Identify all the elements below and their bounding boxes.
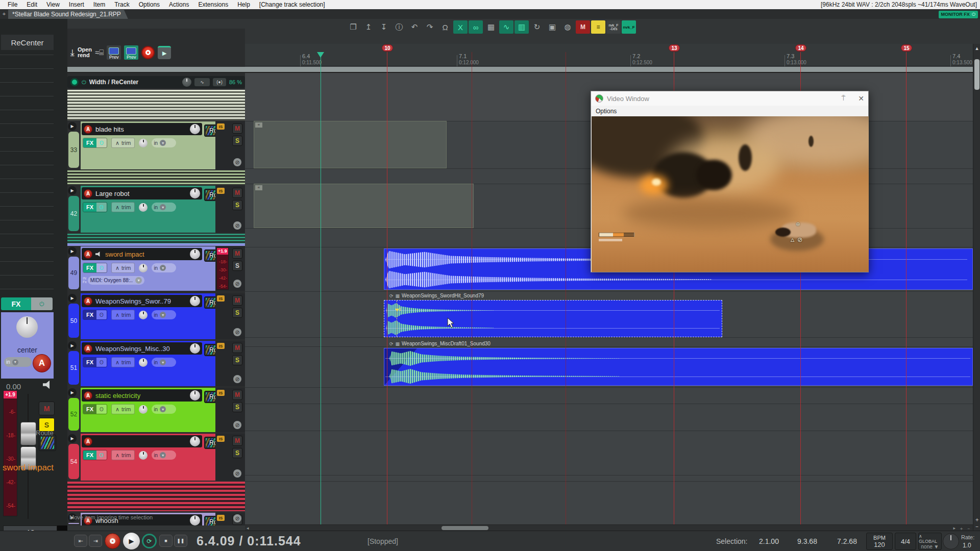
fx-button[interactable]: FXʘ [83, 202, 107, 212]
mute-button[interactable]: M [232, 390, 242, 400]
trim-envelope-button[interactable]: ∧trim [111, 310, 135, 320]
input-source-badge[interactable]: IS [217, 188, 225, 194]
trim-envelope-button[interactable]: ∧trim [111, 357, 135, 367]
track-name-bar[interactable]: Asword impactRoute [82, 248, 202, 260]
menu-item-item[interactable]: Item [89, 1, 110, 8]
track-panel-static-electricity[interactable]: ▶52Astatic electricityRouteFXʘ∧trimin▼IS… [67, 388, 245, 432]
automation-badge[interactable]: A [84, 344, 92, 353]
record-monitor-knob[interactable] [139, 264, 148, 272]
automation-badge[interactable]: A [84, 125, 92, 134]
open-render-button[interactable]: Open rend [78, 47, 92, 58]
collapsed-track-stripes[interactable] [67, 67, 245, 73]
phase-invert-button[interactable]: ⊘ [233, 514, 241, 522]
track-panel-large-robot[interactable]: ▶42ALarge robotRouteFXʘ∧trimin▼ISMS⊘ [67, 186, 245, 233]
track-number[interactable]: 49 [68, 257, 79, 289]
automation-badge[interactable]: A [84, 189, 92, 198]
empty-media-item[interactable]: « [254, 184, 474, 228]
lock-icon[interactable]: ▣ [545, 20, 559, 34]
automation-badge[interactable]: A [84, 391, 92, 400]
marker-flag-13[interactable]: 13 [669, 44, 680, 52]
fx-button[interactable]: FXʘ [83, 263, 107, 273]
vertical-scrollbar[interactable]: ▴ ＋ － [973, 44, 980, 531]
fx-button[interactable]: FXʘ [83, 450, 107, 460]
snap-to-grid-icon[interactable]: ▥ [514, 20, 529, 34]
fx-power-icon[interactable]: ʘ [96, 310, 107, 319]
record-input-selector[interactable]: in▼ [152, 310, 176, 319]
record-input-selector[interactable]: in▼ [152, 358, 176, 367]
mixer-mute-button[interactable]: M [39, 402, 55, 415]
phase-invert-button[interactable]: ⊘ [233, 469, 241, 478]
automation-badge[interactable]: A [84, 250, 92, 259]
envelope-record-button[interactable]: (●) [213, 78, 226, 86]
envelope-armed-icon[interactable] [70, 78, 79, 86]
envelope-shape-button[interactable]: ∿ [194, 78, 210, 86]
recenter-header[interactable]: ReCenter [1, 35, 54, 50]
record-button[interactable] [105, 533, 120, 549]
marker-flag-14[interactable]: 14 [795, 44, 806, 52]
track-pan-knob[interactable] [190, 188, 200, 198]
record-monitor-knob[interactable] [139, 405, 148, 414]
fx-button[interactable]: FXʘ [83, 357, 107, 367]
track-number[interactable]: 42 [68, 196, 79, 231]
audio-item-weaponswings-miscdraft[interactable] [384, 348, 973, 386]
trim-envelope-button[interactable]: ∧trim [111, 202, 135, 212]
nvk-folder-button[interactable]: nvk_F [622, 20, 636, 34]
close-icon[interactable]: ✕ [858, 94, 864, 103]
menu-item-help[interactable]: Help [233, 1, 255, 8]
input-source-badge[interactable]: IS [217, 515, 225, 521]
selection-end[interactable]: 9.3.68 [797, 537, 817, 545]
stop-button[interactable]: ■ [159, 535, 173, 547]
collapse-arrow-icon[interactable]: ▶ [68, 388, 77, 397]
trim-envelope-button[interactable]: ∧trim [111, 138, 135, 148]
collapsed-track-stripes[interactable] [67, 90, 245, 120]
fx-button[interactable]: FXʘ [83, 310, 107, 320]
track-name-bar[interactable]: ALarge robotRoute [82, 187, 202, 199]
waveform-disk-icon[interactable]: ≈⌸ [95, 48, 104, 57]
track-pan-knob[interactable] [190, 436, 200, 446]
automation-badge[interactable]: A [33, 354, 51, 372]
track-name[interactable]: WeaponSwings_Swor..79 [95, 297, 187, 305]
timeline-ruler[interactable]: 6.40:11.5007.10:12.0007.20:12.5007.30:13… [245, 44, 973, 66]
project-tab[interactable]: *Stellar Blade Sound Redesign_21.RPP [8, 10, 128, 19]
mute-button[interactable]: M [232, 123, 242, 134]
mute-button[interactable]: M [232, 188, 242, 198]
empty-media-item[interactable]: « [254, 121, 447, 168]
menu-item-options[interactable]: Options [134, 1, 164, 8]
track-number[interactable]: 50 [68, 304, 79, 338]
track-pan-knob[interactable] [190, 249, 200, 259]
record-monitor-knob[interactable] [139, 311, 148, 319]
new-tab-button[interactable]: + [1, 11, 7, 17]
redo-icon[interactable]: ↷ [423, 20, 437, 34]
nvk-folder-des-button[interactable]: nvk_F -Des [606, 20, 621, 34]
collapse-arrow-icon[interactable]: ▶ [68, 434, 77, 443]
menu-item-view[interactable]: View [42, 1, 64, 8]
render-export-icon[interactable]: ↥ [361, 20, 376, 34]
pan-knob[interactable] [16, 316, 38, 338]
fx-power-icon[interactable]: ⏻ [31, 297, 53, 310]
input-source-badge[interactable]: IS [217, 436, 225, 442]
collapsed-track-stripes[interactable] [67, 170, 245, 185]
selection-start[interactable]: 2.1.00 [759, 537, 779, 545]
horizontal-scrollbar[interactable]: ◂ ▸ ＋ － [245, 524, 973, 531]
mute-button[interactable]: M [232, 343, 242, 353]
track-panel-weaponswings-misc-30[interactable]: ▶51AWeaponSwings_Misc..30RouteFXʘ∧trimin… [67, 341, 245, 386]
auto-crossfade-icon[interactable]: X [453, 20, 468, 34]
record-input-selector[interactable]: in▼ [4, 357, 32, 367]
vzoom-in-icon[interactable]: ＋ [974, 516, 980, 522]
bpm-box[interactable]: BPM 120 [866, 533, 893, 550]
go-to-end-button[interactable]: ⇥ [89, 535, 102, 547]
input-source-badge[interactable]: IS [217, 343, 225, 349]
track-name[interactable]: WeaponSwings_Misc..30 [95, 345, 187, 353]
track-number[interactable]: 33 [68, 132, 79, 168]
phase-invert-button[interactable]: ⊘ [233, 221, 241, 230]
phase-invert-button[interactable]: ⊘ [233, 375, 241, 383]
record-input-selector[interactable]: in▼ [152, 138, 176, 147]
record-input-selector[interactable]: in▼ [152, 405, 176, 414]
phase-invert-button[interactable]: ⊘ [233, 158, 241, 166]
metronome-icon[interactable]: Ω [438, 20, 452, 34]
pause-button[interactable]: ❚❚ [174, 535, 187, 547]
collapse-arrow-icon[interactable]: ▶ [68, 247, 77, 256]
vzoom-out-icon[interactable]: － [974, 523, 980, 530]
trim-envelope-button[interactable]: ∧trim [111, 404, 135, 414]
track-number[interactable] [68, 523, 79, 524]
